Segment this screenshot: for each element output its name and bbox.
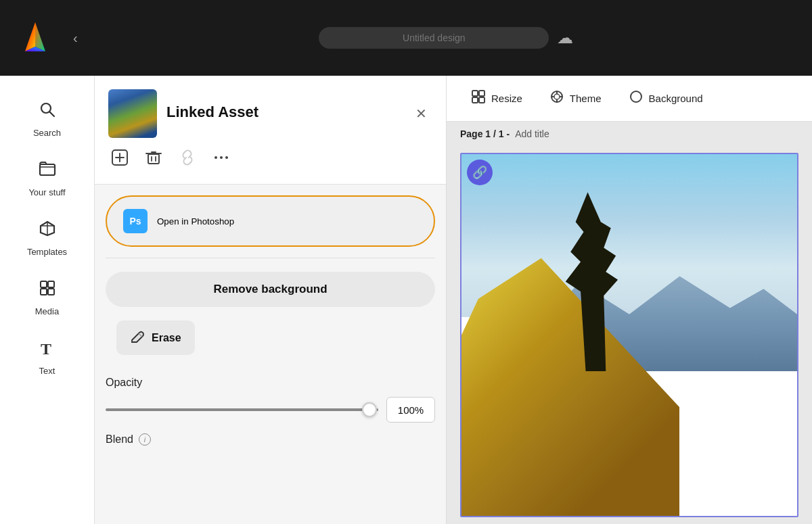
search-icon (38, 100, 57, 124)
topbar: ‹ ☁ (0, 0, 812, 76)
opacity-slider-container[interactable] (106, 403, 378, 416)
svg-rect-9 (48, 289, 54, 295)
sidebar-item-media[interactable]: Media (10, 270, 85, 325)
theme-button[interactable]: Theme (539, 84, 612, 113)
svg-rect-6 (41, 281, 47, 287)
svg-line-4 (49, 112, 54, 117)
svg-rect-25 (479, 97, 484, 103)
blend-section: Blend i (106, 433, 435, 446)
svg-rect-22 (472, 91, 478, 96)
photoshop-icon: Ps (123, 209, 148, 233)
opacity-label: Opacity (106, 377, 435, 389)
add-title-link[interactable]: Add title (515, 128, 549, 139)
blend-label: Blend i (106, 433, 435, 446)
sidebar-item-search[interactable]: Search (10, 92, 85, 146)
sidebar-item-text-label: Text (39, 366, 55, 376)
blend-label-text: Blend (106, 433, 133, 446)
opacity-value-input[interactable] (386, 397, 435, 423)
your-stuff-icon (38, 160, 57, 183)
panel-title: Linked Asset (166, 103, 401, 121)
svg-point-18 (215, 156, 217, 159)
resize-button[interactable]: Resize (460, 84, 533, 113)
opacity-section: Opacity (106, 377, 435, 423)
canvas-area: Resize Theme (447, 76, 812, 524)
canvas-toolbar: Resize Theme (447, 76, 812, 122)
app-logo[interactable] (16, 19, 54, 57)
left-sidebar: Search Your stuff Templates (0, 76, 95, 524)
media-icon (38, 279, 57, 302)
svg-rect-8 (41, 289, 47, 295)
delete-action-button[interactable] (142, 146, 165, 173)
sidebar-item-templates-label: Templates (27, 247, 67, 257)
svg-rect-5 (40, 164, 55, 175)
opacity-slider-thumb (362, 402, 377, 417)
close-panel-button[interactable]: ✕ (410, 103, 432, 124)
svg-rect-23 (479, 91, 484, 96)
svg-text:T: T (41, 340, 51, 357)
svg-point-20 (225, 156, 228, 159)
main-layout: Search Your stuff Templates (0, 76, 812, 524)
svg-point-27 (554, 94, 560, 99)
cloud-save-icon: ☁ (557, 28, 573, 47)
title-bar: ☁ (97, 27, 796, 49)
background-icon (629, 89, 644, 108)
theme-label: Theme (570, 93, 602, 104)
erase-button[interactable]: Erase (116, 320, 195, 355)
panel-header: Linked Asset ✕ (95, 76, 446, 185)
open-photoshop-button[interactable]: Ps Open in Photoshop (106, 195, 435, 247)
erase-label: Erase (152, 332, 181, 344)
remove-background-button[interactable]: Remove background (106, 272, 435, 307)
background-label: Background (649, 93, 703, 104)
sidebar-item-your-stuff[interactable]: Your stuff (10, 151, 85, 206)
more-action-button[interactable] (210, 146, 233, 173)
resize-label: Resize (491, 93, 522, 104)
linked-asset-panel: Linked Asset ✕ (95, 76, 447, 524)
svg-point-19 (220, 156, 223, 159)
theme-icon (549, 89, 564, 108)
asset-thumbnail-image (108, 89, 157, 138)
blend-info-icon[interactable]: i (139, 433, 151, 446)
svg-rect-7 (48, 281, 54, 287)
sidebar-item-your-stuff-label: Your stuff (28, 187, 65, 197)
sidebar-item-search-label: Search (33, 128, 61, 138)
opacity-row (106, 397, 435, 423)
open-photoshop-label: Open in Photoshop (157, 216, 234, 227)
erase-section: Erase (106, 315, 435, 360)
svg-rect-24 (472, 97, 478, 103)
asset-thumbnail (108, 89, 157, 138)
document-title-input[interactable] (319, 27, 549, 49)
canvas-content: 🔗 (447, 146, 812, 524)
back-button[interactable]: ‹ (68, 25, 83, 51)
sidebar-item-media-label: Media (35, 306, 59, 316)
page-info-text: Page 1 / 1 - (460, 128, 510, 139)
add-action-button[interactable] (108, 146, 131, 173)
panel-divider (106, 258, 435, 258)
sidebar-item-templates[interactable]: Templates (10, 211, 85, 265)
templates-icon (38, 219, 57, 243)
link-action-button[interactable] (176, 146, 199, 173)
background-button[interactable]: Background (618, 84, 714, 113)
page-info-bar: Page 1 / 1 - Add title (447, 122, 812, 146)
panel-header-top: Linked Asset ✕ (108, 89, 432, 138)
panel-actions (108, 146, 432, 173)
panel-title-area: Linked Asset (166, 103, 401, 124)
svg-point-32 (631, 91, 641, 102)
canvas-frame[interactable]: 🔗 (460, 153, 798, 517)
text-icon: T (38, 338, 57, 362)
svg-rect-14 (148, 154, 159, 164)
resize-icon (471, 89, 486, 108)
erase-icon (130, 329, 145, 347)
svg-marker-1 (35, 22, 45, 51)
sidebar-item-text[interactable]: T Text (10, 330, 85, 384)
opacity-slider-track (106, 408, 378, 411)
canvas-link-badge: 🔗 (467, 160, 493, 185)
svg-marker-0 (25, 22, 35, 51)
canvas-painting (461, 154, 797, 516)
